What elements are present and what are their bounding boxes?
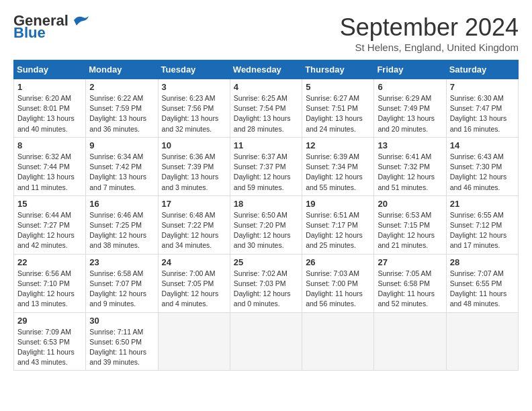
calendar-cell: 16Sunrise: 6:46 AMSunset: 7:25 PMDayligh… [86,195,158,254]
cell-content: Sunrise: 6:36 AMSunset: 7:39 PMDaylight:… [162,152,226,193]
title-block: September 2024 St Helens, England, Unite… [340,13,519,53]
calendar-cell: 28Sunrise: 7:07 AMSunset: 6:55 PMDayligh… [446,254,518,312]
day-number: 25 [234,257,298,267]
calendar-cell: 12Sunrise: 6:39 AMSunset: 7:34 PMDayligh… [302,137,374,195]
logo: General Blue [13,13,91,40]
calendar-cell: 7Sunrise: 6:30 AMSunset: 7:47 PMDaylight… [446,79,518,138]
weekday-header-thursday: Thursday [302,60,374,79]
cell-content: Sunrise: 7:03 AMSunset: 7:00 PMDaylight:… [306,269,370,310]
day-number: 3 [162,82,226,92]
calendar-table: SundayMondayTuesdayWednesdayThursdayFrid… [13,60,519,371]
calendar-cell: 25Sunrise: 7:02 AMSunset: 7:03 PMDayligh… [230,254,302,312]
logo-blue: Blue [13,26,46,40]
day-number: 20 [378,199,442,209]
cell-content: Sunrise: 6:39 AMSunset: 7:34 PMDaylight:… [306,152,370,193]
day-number: 26 [306,257,370,267]
cell-content: Sunrise: 7:11 AMSunset: 6:50 PMDaylight:… [89,327,154,368]
calendar-cell: 21Sunrise: 6:55 AMSunset: 7:12 PMDayligh… [446,195,518,254]
cell-content: Sunrise: 6:55 AMSunset: 7:12 PMDaylight:… [450,210,515,251]
cell-content: Sunrise: 6:34 AMSunset: 7:42 PMDaylight:… [89,152,154,193]
calendar-cell: 8Sunrise: 6:32 AMSunset: 7:44 PMDaylight… [14,137,86,195]
cell-content: Sunrise: 6:37 AMSunset: 7:37 PMDaylight:… [234,152,298,193]
day-number: 12 [306,140,370,150]
calendar-cell: 1Sunrise: 6:20 AMSunset: 8:01 PMDaylight… [14,79,86,138]
cell-content: Sunrise: 7:07 AMSunset: 6:55 PMDaylight:… [450,269,515,310]
day-number: 28 [450,257,515,267]
weekday-header-sunday: Sunday [14,60,86,79]
cell-content: Sunrise: 6:30 AMSunset: 7:47 PMDaylight:… [450,93,515,134]
calendar-cell [374,312,446,371]
calendar-cell: 30Sunrise: 7:11 AMSunset: 6:50 PMDayligh… [86,312,158,371]
cell-content: Sunrise: 6:22 AMSunset: 7:59 PMDaylight:… [89,93,154,134]
calendar-cell: 18Sunrise: 6:50 AMSunset: 7:20 PMDayligh… [230,195,302,254]
cell-content: Sunrise: 6:20 AMSunset: 8:01 PMDaylight:… [17,93,82,134]
calendar-cell: 15Sunrise: 6:44 AMSunset: 7:27 PMDayligh… [14,195,86,254]
calendar-cell [446,312,518,371]
calendar-cell [230,312,302,371]
logo-bird-icon [70,13,91,28]
cell-content: Sunrise: 6:32 AMSunset: 7:44 PMDaylight:… [17,152,82,193]
calendar-cell: 20Sunrise: 6:53 AMSunset: 7:15 PMDayligh… [374,195,446,254]
day-number: 7 [450,82,515,92]
calendar-cell: 6Sunrise: 6:29 AMSunset: 7:49 PMDaylight… [374,79,446,138]
day-number: 8 [17,140,82,150]
calendar-cell: 17Sunrise: 6:48 AMSunset: 7:22 PMDayligh… [158,195,230,254]
calendar-cell: 13Sunrise: 6:41 AMSunset: 7:32 PMDayligh… [374,137,446,195]
weekday-header-wednesday: Wednesday [230,60,302,79]
cell-content: Sunrise: 6:50 AMSunset: 7:20 PMDaylight:… [234,210,298,251]
page-header: General Blue September 2024 St Helens, E… [13,13,519,53]
day-number: 24 [162,257,226,267]
day-number: 9 [89,140,154,150]
cell-content: Sunrise: 6:51 AMSunset: 7:17 PMDaylight:… [306,210,370,251]
cell-content: Sunrise: 6:44 AMSunset: 7:27 PMDaylight:… [17,210,82,251]
calendar-cell: 22Sunrise: 6:56 AMSunset: 7:10 PMDayligh… [14,254,86,312]
cell-content: Sunrise: 6:43 AMSunset: 7:30 PMDaylight:… [450,152,515,193]
weekday-header-saturday: Saturday [446,60,518,79]
day-number: 10 [162,140,226,150]
day-number: 11 [234,140,298,150]
calendar-cell: 9Sunrise: 6:34 AMSunset: 7:42 PMDaylight… [86,137,158,195]
cell-content: Sunrise: 6:58 AMSunset: 7:07 PMDaylight:… [89,269,154,310]
cell-content: Sunrise: 7:05 AMSunset: 6:58 PMDaylight:… [378,269,442,310]
day-number: 15 [17,199,82,209]
cell-content: Sunrise: 6:27 AMSunset: 7:51 PMDaylight:… [306,93,370,134]
cell-content: Sunrise: 6:48 AMSunset: 7:22 PMDaylight:… [162,210,226,251]
weekday-header-friday: Friday [374,60,446,79]
calendar-cell: 29Sunrise: 7:09 AMSunset: 6:53 PMDayligh… [14,312,86,371]
cell-content: Sunrise: 7:09 AMSunset: 6:53 PMDaylight:… [17,327,82,368]
day-number: 23 [89,257,154,267]
calendar-cell: 3Sunrise: 6:23 AMSunset: 7:56 PMDaylight… [158,79,230,138]
cell-content: Sunrise: 6:46 AMSunset: 7:25 PMDaylight:… [89,210,154,251]
cell-content: Sunrise: 7:00 AMSunset: 7:05 PMDaylight:… [162,269,226,310]
calendar-cell: 19Sunrise: 6:51 AMSunset: 7:17 PMDayligh… [302,195,374,254]
calendar-cell: 27Sunrise: 7:05 AMSunset: 6:58 PMDayligh… [374,254,446,312]
calendar-cell: 10Sunrise: 6:36 AMSunset: 7:39 PMDayligh… [158,137,230,195]
calendar-cell: 14Sunrise: 6:43 AMSunset: 7:30 PMDayligh… [446,137,518,195]
calendar-cell: 26Sunrise: 7:03 AMSunset: 7:00 PMDayligh… [302,254,374,312]
cell-content: Sunrise: 6:56 AMSunset: 7:10 PMDaylight:… [17,269,82,310]
weekday-header-tuesday: Tuesday [158,60,230,79]
day-number: 17 [162,199,226,209]
month-title: September 2024 [340,13,519,42]
calendar-cell: 2Sunrise: 6:22 AMSunset: 7:59 PMDaylight… [86,79,158,138]
day-number: 21 [450,199,515,209]
day-number: 18 [234,199,298,209]
cell-content: Sunrise: 7:02 AMSunset: 7:03 PMDaylight:… [234,269,298,310]
calendar-cell: 11Sunrise: 6:37 AMSunset: 7:37 PMDayligh… [230,137,302,195]
cell-content: Sunrise: 6:41 AMSunset: 7:32 PMDaylight:… [378,152,442,193]
calendar-cell: 4Sunrise: 6:25 AMSunset: 7:54 PMDaylight… [230,79,302,138]
day-number: 16 [89,199,154,209]
calendar-cell [302,312,374,371]
cell-content: Sunrise: 6:25 AMSunset: 7:54 PMDaylight:… [234,93,298,134]
day-number: 4 [234,82,298,92]
calendar-cell: 24Sunrise: 7:00 AMSunset: 7:05 PMDayligh… [158,254,230,312]
calendar-cell [158,312,230,371]
cell-content: Sunrise: 6:29 AMSunset: 7:49 PMDaylight:… [378,93,442,134]
cell-content: Sunrise: 6:53 AMSunset: 7:15 PMDaylight:… [378,210,442,251]
location-subtitle: St Helens, England, United Kingdom [340,42,519,53]
day-number: 2 [89,82,154,92]
day-number: 14 [450,140,515,150]
day-number: 27 [378,257,442,267]
day-number: 29 [17,316,82,326]
calendar-cell: 5Sunrise: 6:27 AMSunset: 7:51 PMDaylight… [302,79,374,138]
